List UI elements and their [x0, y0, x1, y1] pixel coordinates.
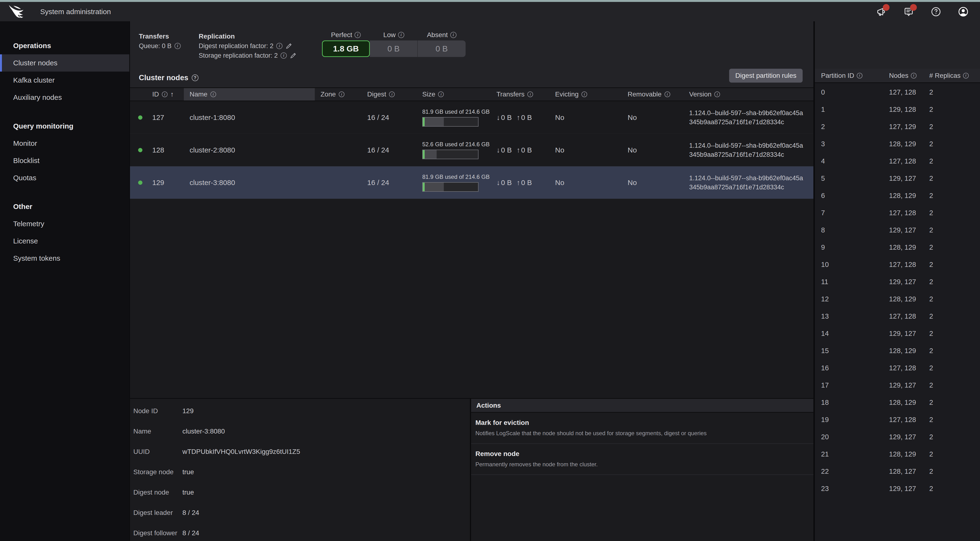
status-cell	[130, 148, 146, 152]
cluster-header-area: Transfers Queue: 0 B i Replication Diges…	[130, 21, 813, 88]
info-icon[interactable]: i	[389, 91, 395, 97]
info-icon[interactable]: i	[911, 73, 916, 78]
app-title: System administration	[40, 8, 111, 16]
partition-id: 1	[815, 105, 889, 113]
sidebar-header-query-monitoring: Query monitoring	[0, 118, 129, 135]
node-version: 1.124.0--build-597--sha-b9b62ef0ac45a345…	[683, 108, 808, 127]
sidebar-item-monitor[interactable]: Monitor	[0, 135, 129, 152]
partition-row: 19127, 1282	[815, 411, 980, 428]
messages-icon[interactable]	[903, 6, 915, 18]
low-label: Low	[383, 31, 395, 39]
status-cell	[130, 115, 146, 120]
info-icon[interactable]: i	[857, 73, 862, 78]
partition-id: 17	[815, 381, 889, 389]
info-icon[interactable]: i	[276, 43, 282, 49]
partition-id: 7	[815, 209, 889, 217]
download-arrow-icon: ↓	[496, 113, 500, 122]
info-icon[interactable]: i	[339, 91, 344, 97]
node-transfers: ↓0 B↑0 B	[491, 178, 549, 187]
partition-id: 11	[815, 278, 889, 286]
node-online-dot	[138, 180, 142, 185]
cluster-nodes-help-icon[interactable]: ?	[192, 75, 199, 81]
info-icon[interactable]: i	[581, 91, 587, 97]
info-icon[interactable]: i	[210, 91, 216, 97]
upload-arrow-icon: ↑	[517, 113, 520, 122]
sidebar-item-telemetry[interactable]: Telemetry	[0, 215, 129, 232]
detail-row: Digest follower8 / 24	[133, 523, 470, 541]
node-online-dot	[138, 148, 142, 152]
replication-title: Replication	[199, 32, 297, 41]
node-details-panel: Node ID129Namecluster-3:8080UUIDwTDPUbkI…	[130, 399, 470, 541]
column-header-partition-id: Partition ID i	[815, 72, 889, 80]
size-usage-bar	[422, 182, 479, 192]
node-evicting: No	[549, 178, 622, 187]
absent-value-segment[interactable]: 0 B	[418, 40, 466, 57]
column-header-digest[interactable]: Digest i	[361, 88, 417, 100]
column-header-removable[interactable]: Removable i	[622, 88, 683, 100]
info-icon[interactable]: i	[175, 43, 181, 49]
node-name: cluster-3:8080	[184, 178, 315, 187]
node-name: cluster-2:8080	[184, 146, 315, 154]
sidebar-item-license[interactable]: License	[0, 232, 129, 250]
low-value-segment[interactable]: 0 B	[370, 40, 418, 57]
action-remove-node[interactable]: Remove node Permanently removes the node…	[471, 444, 813, 475]
storage-replication-factor: Storage replication factor: 2	[199, 51, 278, 60]
size-usage-label: 52.6 GB used of 214.6 GB	[422, 141, 491, 148]
sidebar-item-quotas[interactable]: Quotas	[0, 169, 129, 186]
info-icon[interactable]: i	[963, 73, 969, 78]
info-icon[interactable]: i	[714, 91, 720, 97]
info-icon[interactable]: i	[280, 53, 287, 59]
column-header-size[interactable]: Size i	[417, 88, 491, 100]
sidebar-item-auxiliary-nodes[interactable]: Auxiliary nodes	[0, 89, 129, 106]
user-avatar-icon[interactable]	[958, 6, 969, 18]
announcements-icon[interactable]	[876, 6, 887, 18]
sort-ascending-icon[interactable]: ↑	[170, 91, 174, 98]
partition-row: 15128, 1292	[815, 342, 980, 359]
column-header-zone[interactable]: Zone i	[315, 88, 361, 100]
partition-id: 6	[815, 192, 889, 200]
digest-partition-rules-button[interactable]: Digest partition rules	[729, 69, 803, 83]
node-removable: No	[622, 146, 683, 154]
partition-nodes: 129, 127	[889, 175, 929, 182]
info-icon[interactable]: i	[450, 32, 457, 38]
partition-id: 13	[815, 312, 889, 320]
partition-replicas: 2	[929, 364, 980, 372]
node-size-cell: 81.9 GB used of 214.6 GB	[417, 173, 491, 192]
edit-digest-factor-icon[interactable]	[285, 42, 293, 49]
node-version: 1.124.0--build-597--sha-b9b62ef0ac45a345…	[683, 173, 808, 192]
info-icon[interactable]: i	[527, 91, 533, 97]
perfect-value-segment[interactable]: 1.8 GB	[322, 40, 370, 57]
column-header-evicting[interactable]: Evicting i	[549, 88, 622, 100]
sidebar-item-kafka-cluster[interactable]: Kafka cluster	[0, 72, 129, 89]
table-row[interactable]: 129cluster-3:808016 / 2481.9 GB used of …	[130, 166, 813, 199]
page-title: Cluster nodes	[139, 73, 188, 82]
info-icon[interactable]: i	[665, 91, 670, 97]
column-header-name[interactable]: Name i	[184, 88, 315, 100]
partition-nodes: 127, 128	[889, 312, 929, 320]
sidebar-item-cluster-nodes[interactable]: Cluster nodes	[0, 54, 129, 72]
partition-replicas: 2	[929, 209, 980, 217]
column-header-transfers[interactable]: Transfers i	[491, 88, 549, 100]
action-mark-for-eviction[interactable]: Mark for eviction Notifies LogScale that…	[471, 413, 813, 444]
partition-nodes: 129, 128	[889, 105, 929, 113]
partition-table-header: Partition ID i Nodes i # Replicas i	[815, 69, 980, 83]
partition-row: 4127, 1282	[815, 153, 980, 170]
info-icon[interactable]: i	[398, 32, 404, 38]
info-icon[interactable]: i	[438, 91, 444, 97]
table-row[interactable]: 127cluster-1:808016 / 2481.9 GB used of …	[130, 101, 813, 134]
info-icon[interactable]: i	[355, 32, 361, 38]
sidebar-item-system-tokens[interactable]: System tokens	[0, 250, 129, 267]
perfect-label: Perfect	[331, 31, 352, 39]
action-title: Mark for eviction	[476, 419, 808, 426]
sidebar-item-blocklist[interactable]: Blocklist	[0, 152, 129, 169]
help-icon[interactable]	[930, 6, 942, 18]
size-usage-fill	[423, 150, 437, 159]
table-row[interactable]: 128cluster-2:808016 / 2452.6 GB used of …	[130, 134, 813, 166]
digest-replication-factor: Digest replication factor: 2	[199, 41, 274, 51]
column-header-version[interactable]: Version i	[683, 88, 813, 100]
partition-replicas: 2	[929, 485, 980, 493]
info-icon[interactable]: i	[162, 91, 167, 97]
column-header-id[interactable]: ID i ↑	[146, 88, 184, 100]
edit-storage-factor-icon[interactable]	[290, 52, 297, 59]
partition-id: 5	[815, 175, 889, 182]
